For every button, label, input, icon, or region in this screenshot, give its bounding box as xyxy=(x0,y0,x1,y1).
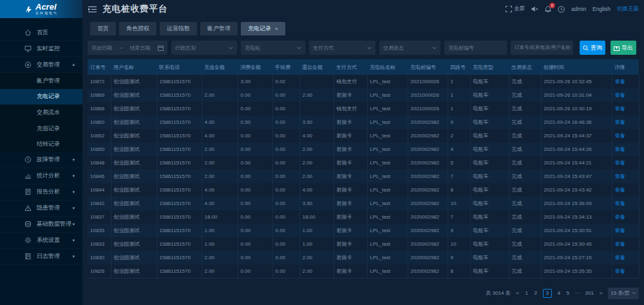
view-detail-link[interactable]: 查看 xyxy=(615,160,625,166)
col-header-station-name: 充电站名称 xyxy=(367,59,408,75)
notifications-button[interactable]: 0 xyxy=(545,6,551,13)
cell-charge-type: 电瓶车 xyxy=(470,115,509,129)
view-detail-link[interactable]: 查看 xyxy=(615,241,625,247)
filter-transaction-status[interactable]: 交易状态 xyxy=(379,41,440,55)
filter-region[interactable]: 行政区划 xyxy=(171,41,237,55)
cell-station-name: LPL_test xyxy=(367,102,408,115)
sidebar-subitem-transaction-flow[interactable]: 交易流水 xyxy=(0,104,82,121)
sidebar-item-stats-analysis[interactable]: 统计分析▾ xyxy=(0,168,82,184)
filter-payment-method[interactable]: 支付方式 xyxy=(309,41,375,55)
sidebar-item-hazard-mgmt[interactable]: 隐患管理▾ xyxy=(0,201,82,217)
view-detail-link[interactable]: 查看 xyxy=(615,201,625,206)
export-button[interactable]: 导出 xyxy=(611,41,636,55)
view-detail-link[interactable]: 查看 xyxy=(615,119,625,125)
view-detail-link[interactable]: 查看 xyxy=(615,214,625,220)
cell-created-time: 2021-09-24 15:44:37 xyxy=(541,129,612,143)
cell-station-name: LPL_test xyxy=(367,210,408,224)
pagination-page[interactable]: 4 xyxy=(557,290,561,296)
sidebar-item-realtime-monitor[interactable]: 实时监控 xyxy=(0,41,82,57)
cell-payment-method: 射频卡 xyxy=(334,115,367,129)
cell-loop-no: 10 xyxy=(448,197,470,210)
view-detail-link[interactable]: 查看 xyxy=(615,79,625,84)
cell-refund-amount: 3.50 xyxy=(299,115,334,129)
page-size-select[interactable]: 15 条/页 xyxy=(608,288,639,299)
cell-recharge-amount: 2.00 xyxy=(202,88,238,102)
filter-pile-no[interactable]: 充电桩编号 xyxy=(444,41,507,55)
search-button[interactable]: 查询 xyxy=(580,41,605,55)
cell-payment-method: 射频卡 xyxy=(334,143,367,156)
help-button[interactable] xyxy=(558,6,565,13)
view-detail-link[interactable]: 查看 xyxy=(615,268,625,274)
view-detail-link[interactable]: 查看 xyxy=(615,92,625,98)
col-header-order-no: 订单号 xyxy=(88,59,111,75)
tab-operation-index[interactable]: 运营指数 xyxy=(160,22,197,35)
cell-consume-amount: 0.00 xyxy=(238,210,272,224)
table-row: 10848创业园测试158611515702.000.000.002.00射频卡… xyxy=(88,156,639,170)
col-header-refund-amount: 退款金额 xyxy=(299,59,334,75)
cell-station-name: LPL_test xyxy=(367,75,408,88)
tab-home[interactable]: 首页 xyxy=(90,22,116,35)
cell-consume-amount: 0.00 xyxy=(238,251,272,264)
pagination-page[interactable]: 201 xyxy=(585,290,594,296)
cell-status: 完成 xyxy=(509,115,541,129)
fullscreen-button[interactable]: 全屏 xyxy=(506,5,525,13)
tab-close-icon[interactable]: × xyxy=(275,26,278,32)
sidebar-item-report-analysis[interactable]: 报告分析▾ xyxy=(0,184,82,201)
cell-payment-method: 射频卡 xyxy=(334,251,367,264)
cell-consume-amount: 3.00 xyxy=(238,75,272,88)
cell-status: 完成 xyxy=(509,183,541,197)
filter-date-range[interactable]: 开始日期~结束日期 xyxy=(88,41,167,55)
sidebar-item-log-mgmt[interactable]: 日志管理▾ xyxy=(0,249,82,265)
pagination-page[interactable]: 1 xyxy=(525,290,529,296)
cell-refund-amount xyxy=(299,75,334,88)
sidebar-item-system-settings[interactable]: 系统设置▾ xyxy=(0,233,82,249)
filter-keyword[interactable]: 订单号/联系电话/用户名称 xyxy=(511,41,573,55)
cell-payment-method: 射频卡 xyxy=(334,88,367,102)
pagination-page-current[interactable]: 3 xyxy=(543,289,552,298)
view-detail-link[interactable]: 查看 xyxy=(615,133,625,139)
pagination-prev[interactable]: < xyxy=(516,290,520,296)
pagination-page[interactable]: ··· xyxy=(575,290,580,296)
view-detail-link[interactable]: 查看 xyxy=(615,106,625,112)
sidebar-item-base-data-mgmt[interactable]: 基础数据管理▾ xyxy=(0,217,82,233)
theme-toggle-link[interactable]: 切换主题 xyxy=(617,5,639,13)
pagination-next[interactable]: > xyxy=(599,290,603,296)
pagination-page[interactable]: 2 xyxy=(534,290,538,296)
sidebar-subitem-account-mgmt[interactable]: 账户管理 xyxy=(0,73,82,89)
cell-detail: 查看 xyxy=(612,197,639,210)
mute-button[interactable] xyxy=(531,6,538,12)
sidebar-item-fault-mgmt[interactable]: 故障管理▾ xyxy=(0,152,82,168)
view-detail-link[interactable]: 查看 xyxy=(615,255,625,261)
sidebar-subitem-charging-records[interactable]: 充电记录 xyxy=(0,89,82,105)
cell-refund-amount: 2.00 xyxy=(299,156,334,170)
pagination-page[interactable]: 5 xyxy=(566,290,570,296)
cell-status: 完成 xyxy=(509,88,541,102)
sidebar-item-transaction-mgmt[interactable]: 交易管理▴ xyxy=(0,57,82,73)
tab-role-auth[interactable]: 角色授权 xyxy=(119,22,156,35)
filter-station[interactable]: 充电站 xyxy=(241,41,305,55)
table-row: 10826创业园测试158611515702.000.000.002.00射频卡… xyxy=(88,264,639,278)
cell-fee: 0.00 xyxy=(272,156,299,170)
cell-user-name: 创业园测试 xyxy=(111,197,156,210)
tab-charging-records[interactable]: 充电记录× xyxy=(241,22,285,35)
sidebar-subitem-recharge-records[interactable]: 充值记录 xyxy=(0,121,82,137)
cell-fee: 0.00 xyxy=(272,143,299,156)
cell-order-no: 10835 xyxy=(88,224,111,237)
menu-fold-icon[interactable] xyxy=(88,6,97,13)
view-detail-link[interactable]: 查看 xyxy=(615,187,625,193)
tab-label: 账户管理 xyxy=(207,25,231,33)
view-detail-link[interactable]: 查看 xyxy=(615,228,625,233)
view-detail-link[interactable]: 查看 xyxy=(615,146,625,152)
cell-loop-no: 1 xyxy=(448,102,470,115)
view-detail-link[interactable]: 查看 xyxy=(615,173,625,179)
cell-charge-type: 电瓶车 xyxy=(470,88,509,102)
language-switch[interactable]: English xyxy=(592,6,611,12)
cell-phone: 15861151570 xyxy=(156,183,202,197)
tab-account-mgmt[interactable]: 账户管理 xyxy=(200,22,238,35)
user-menu[interactable]: admin xyxy=(571,6,586,12)
sidebar-item-home[interactable]: 首页 xyxy=(0,25,82,41)
cell-phone: 15861151570 xyxy=(156,237,202,251)
cell-pile-no: 2020002982 xyxy=(408,210,448,224)
sidebar-subitem-carryover-records[interactable]: 结转记录 xyxy=(0,136,82,152)
cell-user-name: 创业园测试 xyxy=(111,210,156,224)
